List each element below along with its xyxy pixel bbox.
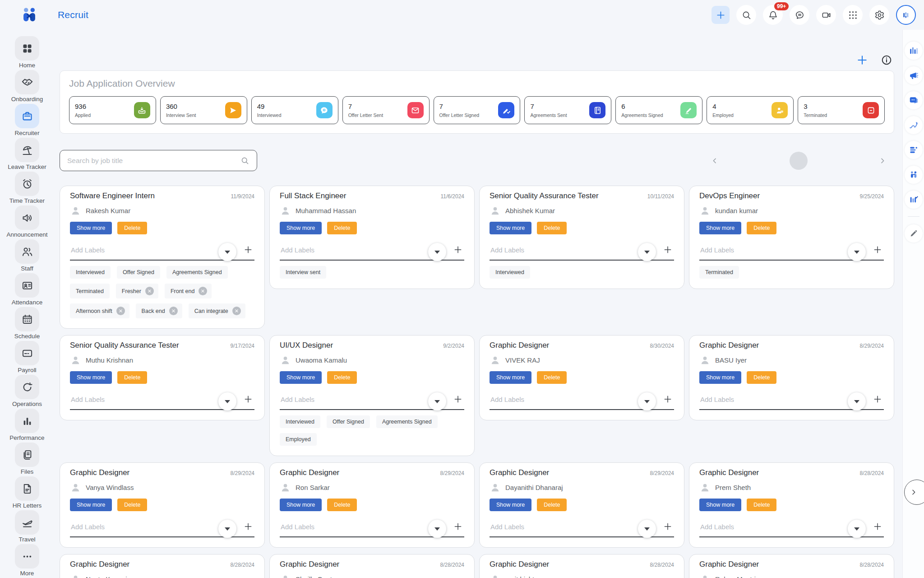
show-more-button[interactable]: Show more (70, 371, 112, 384)
labels-dropdown-button[interactable] (218, 392, 236, 410)
delete-button[interactable]: Delete (327, 371, 357, 384)
sidebar-item-staff[interactable]: Staff (0, 239, 54, 272)
sidebar-item-more[interactable]: More (0, 544, 54, 577)
show-more-button[interactable]: Show more (70, 499, 112, 511)
info-button[interactable] (881, 54, 892, 66)
delete-button[interactable]: Delete (117, 371, 147, 384)
labels-dropdown-button[interactable] (428, 243, 446, 261)
previous-page-button[interactable] (706, 152, 724, 170)
add-labels-input[interactable]: Add Labels (281, 396, 428, 403)
sidebar-item-schedule[interactable]: Schedule (0, 307, 54, 340)
add-label-button[interactable] (244, 245, 253, 254)
add-labels-input[interactable]: Add Labels (281, 523, 428, 531)
page-1-button[interactable] (725, 152, 745, 170)
show-more-button[interactable]: Show more (699, 222, 741, 234)
show-more-button[interactable]: Show more (699, 499, 741, 511)
reports-button[interactable] (905, 191, 923, 209)
add-label-button[interactable] (244, 522, 253, 531)
add-labels-input[interactable]: Add Labels (71, 523, 218, 531)
analytics-button[interactable] (905, 42, 923, 60)
settings-button[interactable] (869, 5, 889, 25)
sidebar-item-leave-tracker[interactable]: Leave Tracker (0, 138, 54, 170)
remove-label-icon[interactable] (169, 307, 178, 315)
add-labels-input[interactable]: Add Labels (700, 523, 848, 531)
add-labels-input[interactable]: Add Labels (700, 246, 848, 254)
add-label-button[interactable] (244, 395, 253, 404)
page-47-button[interactable] (852, 152, 873, 170)
show-more-button[interactable]: Show more (70, 222, 112, 234)
add-labels-input[interactable]: Add Labels (490, 523, 638, 531)
remove-label-icon[interactable] (232, 307, 241, 315)
delete-button[interactable]: Delete (747, 222, 776, 234)
sidebar-item-attendance[interactable]: Attendance (0, 273, 54, 306)
delete-button[interactable]: Delete (537, 499, 567, 511)
campaigns-button[interactable] (905, 66, 923, 84)
delete-button[interactable]: Delete (327, 499, 357, 511)
labels-dropdown-button[interactable] (218, 243, 236, 261)
sidebar-item-time-tracker[interactable]: Time Tracker (0, 172, 54, 204)
meeting-button[interactable] (816, 5, 836, 25)
add-label-button[interactable] (873, 245, 882, 254)
add-label-button[interactable] (453, 395, 462, 404)
add-label-button[interactable] (873, 522, 882, 531)
labels-dropdown-button[interactable] (848, 392, 866, 410)
sidebar-item-onboarding[interactable]: Onboarding (0, 70, 54, 103)
add-labels-input[interactable]: Add Labels (490, 396, 638, 403)
sidebar-item-home[interactable]: Home (0, 36, 54, 69)
show-more-button[interactable]: Show more (280, 499, 322, 511)
page-5-button[interactable] (808, 152, 829, 170)
delete-button[interactable]: Delete (747, 371, 776, 384)
delete-button[interactable]: Delete (747, 499, 776, 511)
labels-dropdown-button[interactable] (218, 520, 236, 538)
show-more-button[interactable]: Show more (490, 371, 531, 384)
delete-button[interactable]: Delete (537, 371, 567, 384)
show-more-button[interactable]: Show more (280, 222, 322, 234)
add-labels-input[interactable]: Add Labels (71, 246, 218, 254)
add-label-button[interactable] (663, 395, 672, 404)
show-more-button[interactable]: Show more (490, 499, 531, 511)
show-more-button[interactable]: Show more (490, 222, 531, 234)
add-labels-input[interactable]: Add Labels (281, 246, 428, 254)
remove-label-icon[interactable] (145, 287, 154, 295)
add-label-button[interactable] (453, 522, 462, 531)
sidebar-item-announcement[interactable]: Announcement (0, 205, 54, 238)
show-more-button[interactable]: Show more (699, 371, 741, 384)
page-4-button[interactable] (790, 152, 808, 170)
add-labels-input[interactable]: Add Labels (71, 396, 218, 403)
sidebar-item-travel[interactable]: Travel (0, 510, 54, 543)
labels-dropdown-button[interactable] (638, 243, 656, 261)
sign-button[interactable] (905, 116, 923, 134)
page-2-button[interactable] (746, 152, 767, 170)
labels-dropdown-button[interactable] (848, 520, 866, 538)
remove-label-icon[interactable] (199, 287, 207, 295)
labels-dropdown-button[interactable] (848, 243, 866, 261)
delete-button[interactable]: Delete (117, 499, 147, 511)
add-label-button[interactable] (453, 245, 462, 254)
add-label-button[interactable] (873, 395, 882, 404)
labels-dropdown-button[interactable] (428, 520, 446, 538)
sidebar-item-operations[interactable]: Operations (0, 375, 54, 407)
people-app-button[interactable] (905, 166, 923, 184)
add-labels-input[interactable]: Add Labels (700, 396, 848, 403)
sidebar-item-recruiter[interactable]: Recruiter (0, 104, 54, 136)
add-button[interactable] (711, 6, 730, 24)
add-label-button[interactable] (663, 245, 672, 254)
search-button[interactable] (736, 5, 756, 25)
labels-dropdown-button[interactable] (428, 392, 446, 410)
sidebar-item-hr-letters[interactable]: HR Letters (0, 476, 54, 509)
sidebar-item-payroll[interactable]: Payroll (0, 341, 54, 373)
chat-button[interactable] (790, 5, 809, 25)
delete-button[interactable]: Delete (117, 222, 147, 234)
delete-button[interactable]: Delete (537, 222, 567, 234)
add-labels-input[interactable]: Add Labels (490, 246, 638, 254)
add-application-button[interactable] (856, 54, 868, 66)
notifications-button[interactable]: 99+ (763, 5, 783, 25)
page-3-button[interactable] (768, 152, 789, 170)
sidebar-item-performance[interactable]: Performance (0, 409, 54, 441)
labels-dropdown-button[interactable] (638, 392, 656, 410)
show-more-button[interactable]: Show more (280, 371, 322, 384)
labels-dropdown-button[interactable] (638, 520, 656, 538)
apps-button[interactable] (843, 5, 863, 25)
edit-button[interactable] (905, 224, 923, 242)
next-page-button[interactable] (873, 152, 892, 170)
